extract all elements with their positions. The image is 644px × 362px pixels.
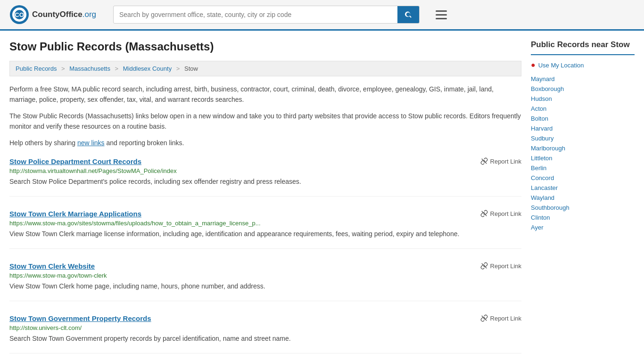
record-title[interactable]: Stow Town Clerk Marriage Applications bbox=[9, 210, 141, 218]
intro-text-2: The Stow Public Records (Massachusetts) … bbox=[9, 111, 521, 132]
record-url[interactable]: https://www.stow-ma.gov/town-clerk bbox=[9, 272, 316, 279]
breadcrumb-massachusetts[interactable]: Massachusetts bbox=[69, 65, 110, 72]
breadcrumb-sep-2: > bbox=[115, 65, 119, 72]
report-link-label: Report Link bbox=[490, 315, 521, 322]
header: CO CountyOffice.org bbox=[0, 0, 644, 31]
report-link-button[interactable]: Report Link bbox=[480, 262, 521, 270]
record-title[interactable]: Stow Town Clerk Website bbox=[9, 262, 95, 270]
record-url[interactable]: http://stowma.virtualtownhall.net/Pages/… bbox=[9, 167, 316, 174]
report-link-label: Report Link bbox=[490, 210, 521, 217]
logo-area: CO CountyOffice.org bbox=[9, 5, 104, 25]
broken-link-icon bbox=[480, 314, 488, 322]
sidebar-nearby-list: MaynardBoxboroughHudsonActonBoltonHarvar… bbox=[531, 74, 635, 232]
record-item: Stow Police Department Court Records Rep… bbox=[9, 157, 521, 197]
record-header: Stow Police Department Court Records Rep… bbox=[9, 157, 521, 165]
record-title[interactable]: Stow Police Department Court Records bbox=[9, 157, 141, 165]
sidebar-nearby-link[interactable]: Ayer bbox=[531, 222, 635, 232]
sidebar-title: Public Records near Stow bbox=[531, 40, 635, 55]
breadcrumb-current: Stow bbox=[184, 65, 198, 72]
sidebar-nearby-link[interactable]: Littleton bbox=[531, 153, 635, 163]
intro-text-1: Perform a free Stow, MA public record se… bbox=[9, 84, 521, 105]
record-description: View Stow Town Clerk marriage license in… bbox=[9, 229, 521, 239]
sidebar-nearby-link[interactable]: Sudbury bbox=[531, 133, 635, 143]
report-link-button[interactable]: Report Link bbox=[480, 157, 521, 165]
report-link-label: Report Link bbox=[490, 158, 521, 165]
report-link-button[interactable]: Report Link bbox=[480, 210, 521, 217]
report-link-button[interactable]: Report Link bbox=[480, 314, 521, 322]
search-button[interactable] bbox=[397, 6, 419, 23]
record-description: Search Stow Police Department's police r… bbox=[9, 177, 521, 187]
use-my-location-link[interactable]: ● Use My Location bbox=[531, 61, 635, 69]
broken-link-icon bbox=[480, 210, 488, 217]
sidebar-nearby-link[interactable]: Wayland bbox=[531, 193, 635, 203]
use-my-location-label: Use My Location bbox=[538, 62, 584, 69]
broken-link-icon bbox=[480, 262, 488, 270]
sidebar-nearby-link[interactable]: Maynard bbox=[531, 74, 635, 84]
sidebar-nearby-link[interactable]: Southborough bbox=[531, 203, 635, 213]
menu-line-2 bbox=[436, 14, 447, 16]
sidebar-nearby-link[interactable]: Berlin bbox=[531, 163, 635, 173]
svg-line-6 bbox=[481, 263, 487, 269]
content-area: Stow Public Records (Massachusetts) Publ… bbox=[9, 40, 521, 362]
records-list: Stow Police Department Court Records Rep… bbox=[9, 157, 521, 362]
sidebar-nearby-link[interactable]: Marlborough bbox=[531, 143, 635, 153]
broken-link-icon bbox=[480, 157, 488, 165]
sidebar-nearby-link[interactable]: Boxborough bbox=[531, 84, 635, 94]
record-header: Stow Town Clerk Marriage Applications Re… bbox=[9, 210, 521, 218]
breadcrumb-middlesex[interactable]: Middlesex County bbox=[123, 65, 172, 72]
record-item: Stow Town Clerk Marriage Applications Re… bbox=[9, 210, 521, 249]
sidebar-nearby-link[interactable]: Harvard bbox=[531, 123, 635, 133]
record-header: Stow Town Clerk Website Report Link bbox=[9, 262, 521, 270]
breadcrumb-sep-3: > bbox=[176, 65, 180, 72]
location-pin-icon: ● bbox=[531, 61, 536, 69]
sidebar-nearby-link[interactable]: Bolton bbox=[531, 114, 635, 123]
menu-line-3 bbox=[436, 18, 447, 19]
report-link-label: Report Link bbox=[490, 263, 521, 270]
logo-icon: CO bbox=[9, 5, 29, 25]
logo-text: CountyOffice.org bbox=[32, 10, 96, 19]
breadcrumb: Public Records > Massachusetts > Middles… bbox=[9, 61, 521, 76]
search-container bbox=[113, 6, 420, 24]
sidebar: Public Records near Stow ● Use My Locati… bbox=[531, 40, 635, 362]
main-container: Stow Public Records (Massachusetts) Publ… bbox=[0, 31, 644, 362]
help-text: Help others by sharing new links and rep… bbox=[9, 138, 521, 148]
record-url[interactable]: https://www.stow-ma.gov/sites/stowma/fil… bbox=[9, 220, 316, 227]
sidebar-nearby-link[interactable]: Lancaster bbox=[531, 183, 635, 193]
breadcrumb-sep-1: > bbox=[61, 65, 65, 72]
breadcrumb-public-records[interactable]: Public Records bbox=[16, 65, 57, 72]
page-title: Stow Public Records (Massachusetts) bbox=[9, 40, 521, 53]
record-item: Stow Town Clerk Website Report Link http… bbox=[9, 262, 521, 301]
sidebar-nearby-link[interactable]: Concord bbox=[531, 173, 635, 183]
svg-line-4 bbox=[481, 159, 487, 164]
record-header: Stow Town Government Property Records Re… bbox=[9, 314, 521, 322]
record-url[interactable]: http://stow.univers-clt.com/ bbox=[9, 324, 316, 331]
menu-line-1 bbox=[436, 10, 447, 12]
new-links-link[interactable]: new links bbox=[77, 139, 105, 147]
help-after: and reporting broken links. bbox=[105, 139, 184, 147]
record-item: Stow Town Government Property Records Re… bbox=[9, 314, 521, 354]
search-input[interactable] bbox=[114, 7, 397, 22]
svg-line-7 bbox=[481, 316, 487, 321]
svg-text:CO: CO bbox=[15, 11, 24, 18]
record-description: View Stow Town Clerk home page, includin… bbox=[9, 281, 521, 291]
sidebar-nearby-link[interactable]: Clinton bbox=[531, 213, 635, 222]
hamburger-menu-button[interactable] bbox=[433, 8, 450, 22]
sidebar-nearby-link[interactable]: Hudson bbox=[531, 94, 635, 104]
record-description: Search Stow Town Government property rec… bbox=[9, 334, 521, 344]
svg-line-5 bbox=[481, 211, 487, 216]
search-icon bbox=[404, 10, 413, 19]
record-title[interactable]: Stow Town Government Property Records bbox=[9, 314, 151, 322]
help-before: Help others by sharing bbox=[9, 139, 77, 147]
sidebar-nearby-link[interactable]: Acton bbox=[531, 104, 635, 114]
